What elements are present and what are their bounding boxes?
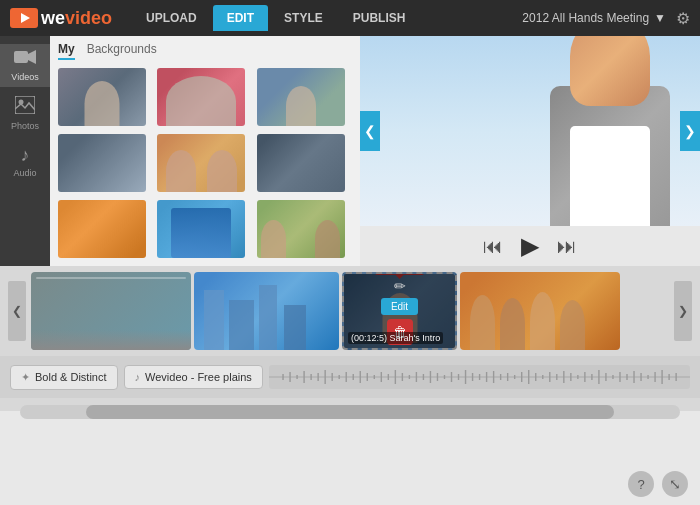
logo-we-text: we (41, 8, 65, 29)
media-tabs: My Backgrounds (50, 36, 360, 64)
clip-edit-button[interactable]: Edit (381, 298, 418, 315)
media-grid (50, 64, 360, 266)
gear-icon[interactable]: ⚙ (676, 9, 690, 28)
rewind-button[interactable]: ⏮ (483, 235, 503, 258)
tab-publish[interactable]: PUBLISH (339, 5, 420, 31)
svg-rect-4 (15, 96, 35, 114)
project-name[interactable]: 2012 All Hands Meeting ▼ (522, 11, 666, 25)
tab-backgrounds[interactable]: Backgrounds (87, 42, 157, 60)
tab-my[interactable]: My (58, 42, 75, 60)
sidebar-item-videos[interactable]: Videos (0, 44, 50, 87)
play-button[interactable]: ▶ (521, 232, 539, 260)
tab-upload[interactable]: UPLOAD (132, 5, 211, 31)
timeline-nav-right[interactable]: ❯ (674, 281, 692, 341)
svg-marker-3 (28, 50, 36, 64)
help-button[interactable]: ? (628, 471, 654, 497)
svg-rect-2 (14, 51, 28, 63)
media-thumb[interactable] (58, 134, 146, 192)
logo-icon (10, 8, 38, 28)
timeline: ❮ 00:19:18 ✏ Edit 🗑 (0, 266, 700, 411)
expand-button[interactable]: ⤡ (662, 471, 688, 497)
style-track-button[interactable]: ✦ Bold & Distinct (10, 365, 118, 390)
audio-icon: ♪ (21, 145, 30, 166)
preview-video: ❮ ❯ (360, 36, 700, 226)
video-icon (14, 49, 36, 70)
footer-icons: ? ⤡ (628, 471, 688, 497)
timeline-clip[interactable] (194, 272, 339, 350)
media-thumb[interactable] (257, 68, 345, 126)
sidebar: Videos Photos ♪ Audio (0, 36, 50, 266)
media-thumb[interactable] (257, 200, 345, 258)
preview-right-arrow[interactable]: ❯ (680, 111, 700, 151)
media-thumb[interactable] (157, 200, 245, 258)
forward-button[interactable]: ⏭ (557, 235, 577, 258)
preview-left-arrow[interactable]: ❮ (360, 111, 380, 151)
media-thumb[interactable] (58, 200, 146, 258)
clip-label: (00:12:5) Sarah's Intro (348, 332, 443, 344)
timeline-scrollbar[interactable] (20, 405, 680, 419)
timeline-nav-left[interactable]: ❮ (8, 281, 26, 341)
music-note-icon: ♪ (135, 371, 141, 383)
pencil-icon: ✏ (394, 278, 406, 294)
media-thumb[interactable] (157, 68, 245, 126)
nav-tabs: UPLOAD EDIT STYLE PUBLISH (132, 5, 522, 31)
media-thumb[interactable] (58, 68, 146, 126)
header: wevideo UPLOAD EDIT STYLE PUBLISH 2012 A… (0, 0, 700, 36)
media-thumb[interactable] (157, 134, 245, 192)
sidebar-item-photos[interactable]: Photos (0, 91, 50, 136)
audio-tracks: ✦ Bold & Distinct ♪ Wevideo - Free plain… (0, 356, 700, 398)
tab-style[interactable]: STYLE (270, 5, 337, 31)
timeline-track: ❮ 00:19:18 ✏ Edit 🗑 (0, 266, 700, 356)
timeline-clip-active[interactable]: 00:19:18 ✏ Edit 🗑 (00:12:5) Sarah's Intr… (342, 272, 457, 350)
timeline-clip[interactable] (460, 272, 620, 350)
audio-waveform (269, 365, 690, 389)
main-content: Videos Photos ♪ Audio My Backgrounds (0, 36, 700, 266)
media-thumb[interactable] (257, 134, 345, 192)
music-track-button[interactable]: ♪ Wevideo - Free plains (124, 365, 263, 389)
logo: wevideo (10, 8, 112, 29)
expand-icon: ⤡ (669, 476, 681, 492)
tab-edit[interactable]: EDIT (213, 5, 268, 31)
waveform-svg (269, 365, 690, 389)
photo-icon (15, 96, 35, 119)
sparkle-icon: ✦ (21, 371, 30, 384)
timeline-clip[interactable] (31, 272, 191, 350)
preview-controls: ⏮ ▶ ⏭ (360, 226, 700, 266)
preview-panel: ❮ ❯ ⏮ ▶ ⏭ (360, 36, 700, 266)
media-panel: My Backgrounds (50, 36, 360, 266)
sidebar-item-audio[interactable]: ♪ Audio (0, 140, 50, 183)
logo-video-text: video (65, 8, 112, 29)
